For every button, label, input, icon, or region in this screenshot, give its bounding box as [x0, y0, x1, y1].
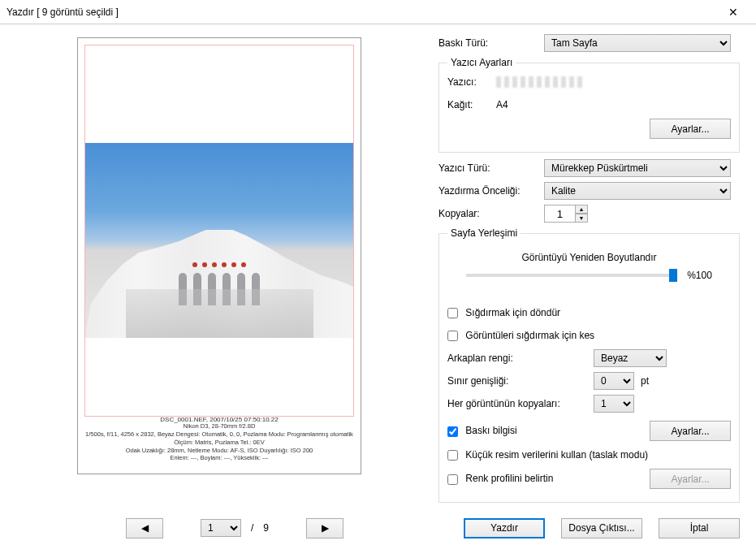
bg-color-label: Arkaplan rengi:: [447, 353, 594, 364]
border-width-label: Sınır genişliği:: [447, 375, 594, 387]
window-title: Yazdır [ 9 görüntü seçildi ]: [6, 6, 717, 18]
priority-label: Yazdırma Önceliği:: [438, 185, 544, 197]
paper-value: A4: [496, 99, 508, 110]
triangle-right-icon: ▶: [322, 522, 329, 534]
color-profile-label[interactable]: Renk profilini belirtin: [447, 473, 650, 484]
file-output-button[interactable]: Dosya Çıktısı...: [561, 518, 642, 539]
rotate-to-fit-label[interactable]: Sığdırmak için döndür: [447, 307, 560, 318]
image-border: [84, 45, 354, 417]
print-type-label: Baskı Türü:: [438, 37, 544, 49]
titlebar: Yazdır [ 9 görüntü seçildi ] ✕: [0, 0, 756, 24]
main-content: DSC_0001.NEF, 2007/10/25 07:50:10.22 Nik…: [0, 24, 756, 512]
printer-settings-group: Yazıcı Ayarları Yazıcı: Kağıt: A4 Ayarla…: [438, 57, 740, 153]
footer: ◀ 1 / 9 ▶ Yazdır Dosya Çıktısı... İptal: [0, 512, 756, 544]
rotate-to-fit-checkbox[interactable]: [447, 308, 458, 318]
print-type-select[interactable]: Tam Sayfa: [544, 34, 731, 52]
preview-photo: [85, 143, 353, 338]
use-thumbs-label[interactable]: Küçük resim verilerini kullan (taslak mo…: [447, 449, 648, 461]
preview-area: DSC_0001.NEF, 2007/10/25 07:50:10.22 Nik…: [16, 31, 422, 512]
preview-column: DSC_0001.NEF, 2007/10/25 07:50:10.22 Nik…: [16, 31, 422, 512]
settings-column: Baskı Türü: Tam Sayfa Yazıcı Ayarları Ya…: [438, 31, 740, 512]
cancel-button[interactable]: İptal: [659, 518, 740, 539]
printer-settings-button[interactable]: Ayarlar...: [650, 119, 731, 139]
page-preview: DSC_0001.NEF, 2007/10/25 07:50:10.22 Nik…: [77, 37, 361, 474]
printer-settings-legend: Yazıcı Ayarları: [447, 57, 516, 68]
meta-line: Nikon D3, 28-70mm f/2.8D: [84, 422, 354, 430]
border-width-select[interactable]: 0: [594, 372, 634, 390]
copies-per-label: Her görüntünün kopyaları:: [447, 398, 594, 409]
color-profile-settings-button: Ayarlar...: [650, 469, 731, 489]
crop-to-fit-label[interactable]: Görüntüleri sığdırmak için kes: [447, 330, 594, 341]
close-button[interactable]: ✕: [717, 1, 750, 24]
border-unit: pt: [641, 375, 649, 387]
print-info-settings-button[interactable]: Ayarlar...: [650, 421, 731, 441]
priority-select[interactable]: Kalite: [544, 182, 731, 200]
prev-page-button[interactable]: ◀: [126, 518, 163, 539]
resize-slider-thumb[interactable]: [669, 269, 677, 282]
copies-down-button[interactable]: ▼: [575, 214, 588, 223]
paper-label: Kağıt:: [447, 99, 496, 110]
meta-line: Enlem: ---, Boylam: ---, Yükseklik: ---: [84, 454, 354, 462]
page-select[interactable]: 1: [201, 519, 241, 537]
page-layout-legend: Sayfa Yerleşimi: [447, 227, 521, 239]
meta-line: Odak Uzaklığı: 28mm, Netleme Modu: AF-S,…: [84, 447, 354, 455]
printer-type-label: Yazıcı Türü:: [438, 162, 544, 174]
preview-metadata: Nikon D3, 28-70mm f/2.8D 1/500s, f/11, 4…: [84, 422, 354, 462]
print-button[interactable]: Yazdır: [464, 518, 545, 539]
printer-name-redacted: [496, 76, 585, 88]
pager-separator: /: [251, 522, 253, 534]
printer-label: Yazıcı:: [447, 76, 496, 88]
printer-type-select[interactable]: Mürekkep Püskürtmeli: [544, 159, 731, 177]
print-info-checkbox[interactable]: [447, 426, 458, 437]
resize-value: %100: [687, 270, 712, 281]
copies-spinner[interactable]: ▲ ▼: [544, 205, 588, 223]
meta-line: 1/500s, f/11, 4256 x 2832, Beyaz Dengesi…: [84, 430, 354, 439]
print-info-label[interactable]: Baskı bilgisi: [447, 425, 650, 436]
meta-line: Ölçüm: Matris, Pozlama Tel.: 0EV: [84, 439, 354, 447]
page-total: 9: [263, 522, 269, 534]
use-thumbs-checkbox[interactable]: [447, 450, 458, 461]
page-layout-group: Sayfa Yerleşimi Görüntüyü Yeniden Boyutl…: [438, 227, 740, 503]
copies-label: Kopyalar:: [438, 208, 544, 219]
bg-color-select[interactable]: Beyaz: [594, 349, 667, 367]
color-profile-checkbox[interactable]: [447, 474, 458, 485]
triangle-left-icon: ◀: [141, 522, 149, 534]
crop-to-fit-checkbox[interactable]: [447, 331, 458, 341]
pager: ◀ 1 / 9 ▶: [126, 518, 343, 539]
resize-slider[interactable]: [466, 274, 677, 277]
resize-label: Görüntüyü Yeniden Boyutlandır: [447, 252, 731, 263]
copies-input[interactable]: [544, 205, 575, 223]
copies-up-button[interactable]: ▲: [575, 205, 588, 214]
copies-per-select[interactable]: 1: [594, 395, 634, 413]
next-page-button[interactable]: ▶: [306, 518, 343, 539]
